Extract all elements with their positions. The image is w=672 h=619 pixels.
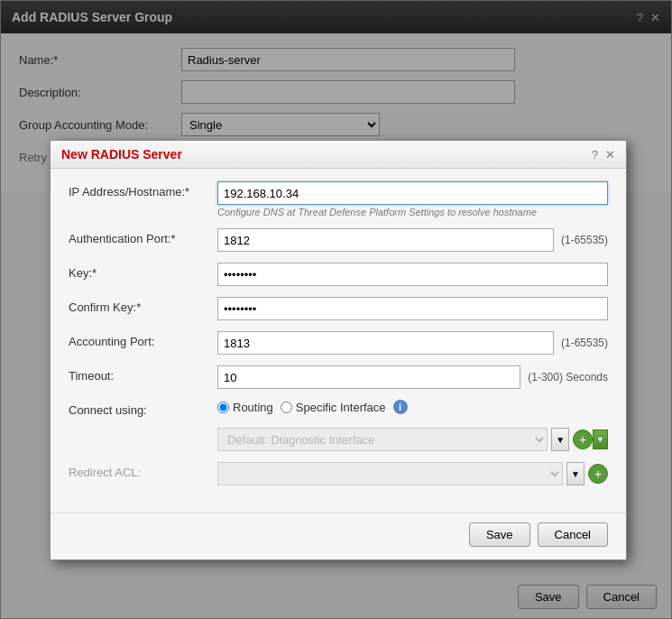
timeout-row: Timeout: (1-300) Seconds xyxy=(69,365,608,389)
inner-cancel-button[interactable]: Cancel xyxy=(538,522,608,547)
interface-dropdown-group: Default: Diagnostic Interface ▼ + ▼ xyxy=(217,428,608,451)
ip-hostname-input[interactable] xyxy=(217,181,608,205)
inner-bottom-buttons: Save Cancel xyxy=(51,513,626,559)
specific-interface-label: Specific Interface xyxy=(296,401,386,414)
inner-save-button[interactable]: Save xyxy=(469,522,530,547)
confirm-key-input[interactable] xyxy=(217,297,608,320)
key-label: Key:* xyxy=(69,263,217,280)
interface-add-dropdown: + ▼ xyxy=(573,430,608,449)
accounting-port-label: Accounting Port: xyxy=(69,331,217,348)
specific-interface-radio[interactable] xyxy=(281,402,292,413)
auth-port-label: Authentication Port:* xyxy=(69,228,217,245)
timeout-label: Timeout: xyxy=(69,365,217,383)
auth-port-input[interactable] xyxy=(217,228,554,252)
interface-dropdown-label xyxy=(69,428,217,431)
info-icon[interactable]: i xyxy=(393,400,408,414)
timeout-input-group: (1-300) Seconds xyxy=(217,365,608,389)
specific-interface-option[interactable]: Specific Interface xyxy=(281,401,386,414)
inner-close-icon[interactable]: ✕ xyxy=(605,148,615,162)
accounting-port-row: Accounting Port: (1-65535) xyxy=(69,331,608,355)
routing-option[interactable]: Routing xyxy=(217,401,273,414)
ip-hostname-label: IP Address/Hostname:* xyxy=(69,181,217,199)
key-field-area xyxy=(217,263,608,286)
timeout-suffix: (1-300) Seconds xyxy=(528,371,608,383)
timeout-field-area: (1-300) Seconds xyxy=(217,365,608,389)
auth-port-suffix: (1-65535) xyxy=(561,234,608,246)
ip-hostname-field-area: Configure DNS at Threat Defense Platform… xyxy=(217,181,608,217)
inner-help-icon[interactable]: ? xyxy=(592,148,598,162)
inner-dialog-title: New RADIUS Server xyxy=(61,147,182,162)
inner-dialog-titlebar: New RADIUS Server ? ✕ xyxy=(51,141,626,169)
confirm-key-row: Confirm Key:* xyxy=(69,297,608,320)
accounting-port-suffix: (1-65535) xyxy=(561,337,608,349)
auth-port-field-area: (1-65535) xyxy=(217,228,608,252)
confirm-key-field-area xyxy=(217,297,608,320)
confirm-key-label: Confirm Key:* xyxy=(69,297,217,314)
routing-radio[interactable] xyxy=(217,402,229,413)
interface-add-dropdown-arrow[interactable]: ▼ xyxy=(593,430,608,449)
redirect-acl-add-button[interactable]: + xyxy=(588,464,608,484)
inner-titlebar-controls: ? ✕ xyxy=(592,148,615,162)
interface-dropdown-arrow[interactable]: ▼ xyxy=(551,428,569,451)
timeout-input[interactable] xyxy=(217,365,520,389)
inner-form-content: IP Address/Hostname:* Configure DNS at T… xyxy=(51,169,626,509)
redirect-acl-label: Redirect ACL: xyxy=(69,462,217,479)
key-row: Key:* xyxy=(69,263,608,286)
key-input[interactable] xyxy=(217,263,608,286)
redirect-acl-group: ▼ + xyxy=(217,462,608,485)
routing-label: Routing xyxy=(233,401,273,414)
interface-dropdown-row: Default: Diagnostic Interface ▼ + ▼ xyxy=(69,428,608,451)
accounting-port-input[interactable] xyxy=(217,331,554,355)
connect-using-field-area: Routing Specific Interface i xyxy=(217,400,608,414)
accounting-port-input-group: (1-65535) xyxy=(217,331,608,355)
interface-add-button[interactable]: + xyxy=(573,430,593,449)
connect-using-radio-group: Routing Specific Interface i xyxy=(217,400,608,414)
ip-hostname-hint: Configure DNS at Threat Defense Platform… xyxy=(217,207,608,217)
auth-port-input-group: (1-65535) xyxy=(217,228,608,252)
redirect-acl-dropdown-arrow[interactable]: ▼ xyxy=(566,462,585,485)
connect-using-row: Connect using: Routing Specific Interfac… xyxy=(69,400,608,417)
accounting-port-field-area: (1-65535) xyxy=(217,331,608,355)
interface-dropdown-area: Default: Diagnostic Interface ▼ + ▼ xyxy=(217,428,608,451)
redirect-acl-field-area: ▼ + xyxy=(217,462,608,485)
redirect-acl-select xyxy=(217,462,563,485)
auth-port-row: Authentication Port:* (1-65535) xyxy=(69,228,608,252)
interface-select: Default: Diagnostic Interface xyxy=(217,428,548,451)
redirect-acl-row: Redirect ACL: ▼ + xyxy=(69,462,608,485)
inner-dialog: New RADIUS Server ? ✕ IP Address/Hostnam… xyxy=(50,140,627,560)
ip-hostname-row: IP Address/Hostname:* Configure DNS at T… xyxy=(69,181,608,217)
connect-using-label: Connect using: xyxy=(69,400,217,417)
